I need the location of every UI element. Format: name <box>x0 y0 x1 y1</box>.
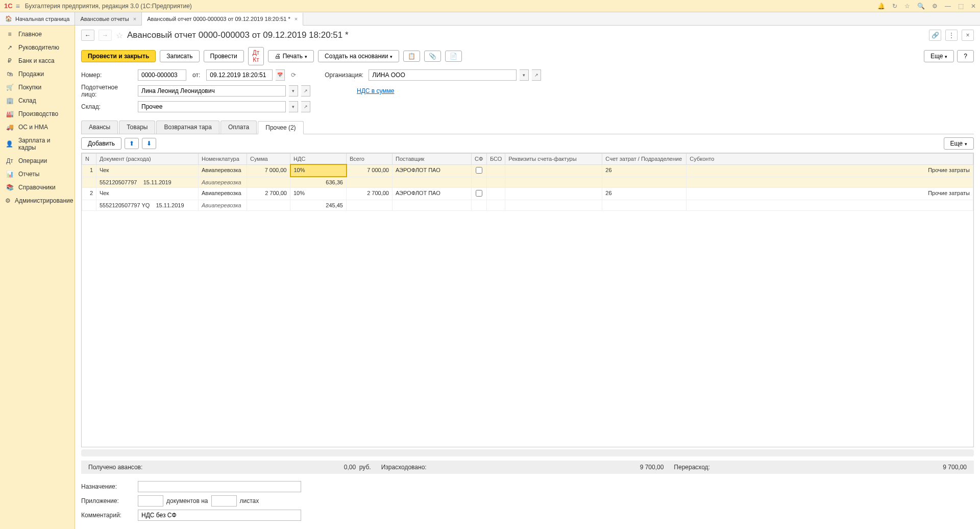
col-account: Счет затрат / Подразделение <box>602 154 687 165</box>
link-icon[interactable]: 🔗 <box>929 30 941 41</box>
table-subrow[interactable]: 5552120507797 YQ 15.11.2019 Авиаперевозк… <box>82 200 973 211</box>
tabbar: 🏠Начальная страница Авансовые отчеты× Ав… <box>0 12 980 26</box>
sf-checkbox[interactable] <box>476 167 482 174</box>
warehouse-input[interactable] <box>138 101 286 112</box>
comment-input[interactable] <box>138 510 301 521</box>
close-doc-icon[interactable]: × <box>962 30 974 41</box>
back-button[interactable]: ← <box>81 30 94 41</box>
titlebar: 1C ≡ Бухгалтерия предприятия, редакция 3… <box>0 0 980 12</box>
add-button[interactable]: Добавить <box>81 137 121 150</box>
sidebar-label: Руководителю <box>18 44 59 51</box>
number-label: Номер: <box>81 71 135 79</box>
sidebar-icon: ₽ <box>5 57 14 64</box>
maximize-icon[interactable]: ⬚ <box>958 3 964 10</box>
more-button[interactable]: Еще▾ <box>924 50 954 62</box>
sidebar-item[interactable]: 🛍Продажи <box>0 67 75 81</box>
sidebar-item[interactable]: ≡Главное <box>0 28 75 41</box>
create-based-button[interactable]: Создать на основании▾ <box>318 50 400 62</box>
tab-home[interactable]: 🏠Начальная страница <box>0 12 75 25</box>
sidebar-item[interactable]: ₽Банк и касса <box>0 54 75 67</box>
search-icon[interactable]: 🔍 <box>917 3 925 10</box>
reg-icon[interactable]: 📋 <box>403 51 420 62</box>
forward-button[interactable]: → <box>99 30 112 41</box>
purpose-input[interactable] <box>138 481 301 492</box>
tab-payment[interactable]: Оплата <box>220 121 257 134</box>
docs-count-input[interactable] <box>138 495 163 507</box>
more-icon[interactable]: ⋮ <box>945 30 958 41</box>
sidebar-label: ОС и НМА <box>18 124 48 131</box>
sidebar-item[interactable]: ⚙Администрирование <box>0 194 75 207</box>
sheets-input[interactable] <box>211 495 237 507</box>
warehouse-label: Склад: <box>81 103 135 110</box>
sidebar-icon: 🚚 <box>5 124 14 131</box>
tab-advances[interactable]: Авансы <box>81 121 118 134</box>
bell-icon[interactable]: 🔔 <box>877 3 885 10</box>
open-icon[interactable]: ↗ <box>532 69 541 81</box>
history-icon[interactable]: ↻ <box>892 3 897 10</box>
close-icon[interactable]: × <box>295 16 298 22</box>
table-subrow[interactable]: 552120507797 15.11.2019 Авиаперевозка 63… <box>82 177 973 188</box>
dropdown-icon[interactable]: ▾ <box>289 101 298 112</box>
list-icon[interactable]: 📄 <box>445 51 462 62</box>
settings-icon[interactable]: ⚙ <box>932 3 938 10</box>
post-close-button[interactable]: Провести и закрыть <box>81 50 156 62</box>
dropdown-icon[interactable]: ▾ <box>520 69 529 81</box>
dt-kt-button[interactable]: ДтКт <box>248 47 264 65</box>
move-up-icon[interactable]: ⬆ <box>125 138 139 149</box>
person-label: Подотчетное лицо: <box>81 84 135 98</box>
vat-link[interactable]: НДС в сумме <box>357 87 395 94</box>
refresh-icon[interactable]: ⟳ <box>291 71 296 79</box>
sidebar-item[interactable]: 🚚ОС и НМА <box>0 121 75 134</box>
person-input[interactable] <box>138 85 286 97</box>
minimize-icon[interactable]: — <box>945 3 951 10</box>
org-input[interactable] <box>369 69 517 81</box>
tab-returnable[interactable]: Возвратная тара <box>156 121 219 134</box>
star-icon[interactable]: ☆ <box>904 3 910 10</box>
dropdown-icon[interactable]: ▾ <box>289 85 298 97</box>
close-icon[interactable]: × <box>133 16 136 22</box>
attach-icon[interactable]: 📎 <box>424 51 441 62</box>
col-total: Всего <box>347 154 393 165</box>
tab-list[interactable]: Авансовые отчеты× <box>75 12 142 25</box>
sidebar-item[interactable]: 🏭Производство <box>0 107 75 121</box>
table-row[interactable]: 1 Чек Авиаперевозка 7 000,00 10% 7 000,0… <box>82 164 973 177</box>
sidebar-item[interactable]: 🏢Склад <box>0 94 75 107</box>
number-input[interactable] <box>138 69 186 81</box>
scrollbar[interactable] <box>81 449 974 456</box>
close-icon[interactable]: ✕ <box>971 3 976 10</box>
app-title: Бухгалтерия предприятия, редакция 3.0 (1… <box>25 3 192 10</box>
calendar-icon[interactable]: 📅 <box>276 69 285 81</box>
totals-bar: Получено авансов: 0,00 руб. Израсходован… <box>81 461 974 474</box>
sidebar-item[interactable]: ↗Руководителю <box>0 41 75 54</box>
table[interactable]: N Документ (расхода) Номенклатура Сумма … <box>81 153 974 447</box>
sidebar-icon: 👤 <box>5 140 14 148</box>
help-button[interactable]: ? <box>957 50 974 62</box>
col-sf: СФ <box>472 154 487 165</box>
sidebar-item[interactable]: ДтОперации <box>0 154 75 167</box>
open-icon[interactable]: ↗ <box>301 85 310 97</box>
table-more-button[interactable]: Еще▾ <box>944 137 974 150</box>
tab-other[interactable]: Прочее (2) <box>258 121 303 134</box>
date-input[interactable] <box>206 69 273 81</box>
sidebar-item[interactable]: 📚Справочники <box>0 181 75 194</box>
sidebar-icon: Дт <box>5 157 14 164</box>
print-button[interactable]: 🖨 Печать▾ <box>268 50 314 62</box>
sidebar-item[interactable]: 👤Зарплата и кадры <box>0 134 75 154</box>
favorite-icon[interactable]: ☆ <box>116 31 123 40</box>
sidebar-icon: 🛒 <box>5 84 14 91</box>
tab-goods[interactable]: Товары <box>119 121 155 134</box>
sidebar-item[interactable]: 📊Отчеты <box>0 167 75 181</box>
open-icon[interactable]: ↗ <box>301 101 310 112</box>
sf-checkbox[interactable] <box>476 190 482 197</box>
sidebar-icon: ⚙ <box>5 197 11 204</box>
tab-doc[interactable]: Авансовый отчет 0000-000003 от 09.12.201… <box>142 13 303 26</box>
post-button[interactable]: Провести <box>204 50 244 62</box>
move-down-icon[interactable]: ⬇ <box>142 138 156 149</box>
table-row[interactable]: 2 Чек Авиаперевозка 2 700,00 10% 2 700,0… <box>82 188 973 200</box>
write-button[interactable]: Записать <box>160 50 199 62</box>
sidebar-label: Склад <box>18 97 36 104</box>
hamburger-icon[interactable]: ≡ <box>16 2 20 10</box>
sidebar-icon: 🛍 <box>5 70 14 78</box>
sidebar-icon: ↗ <box>5 44 14 51</box>
sidebar-item[interactable]: 🛒Покупки <box>0 81 75 94</box>
